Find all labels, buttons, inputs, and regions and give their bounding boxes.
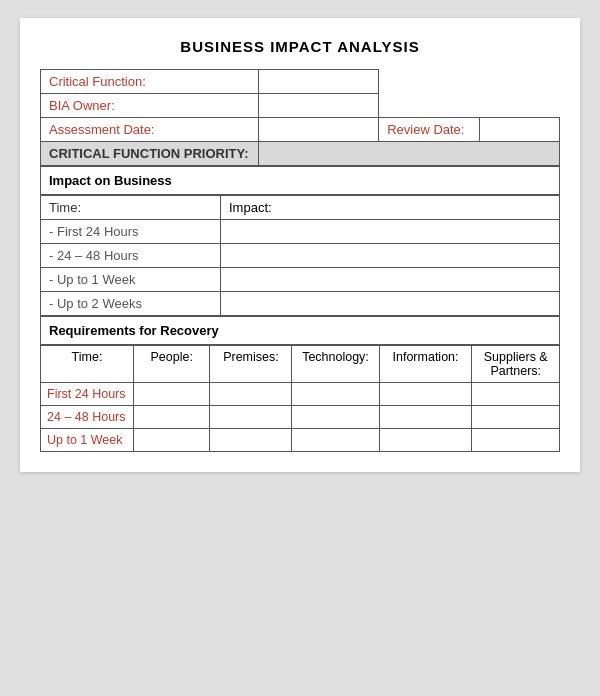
bia-owner-label: BIA Owner: — [41, 94, 259, 118]
recovery-technology-1[interactable] — [292, 406, 379, 429]
impact-time-col-header: Time: — [41, 196, 221, 220]
recovery-col-suppliers: Suppliers & Partners: — [472, 346, 560, 383]
critical-function-label: Critical Function: — [41, 70, 259, 94]
recovery-col-time: Time: — [41, 346, 134, 383]
recovery-premises-2[interactable] — [210, 429, 292, 452]
dates-row: Assessment Date: Review Date: — [41, 118, 560, 142]
impact-time-0: - First 24 Hours — [41, 220, 221, 244]
recovery-technology-0[interactable] — [292, 383, 379, 406]
bia-owner-row: BIA Owner: — [41, 94, 560, 118]
impact-value-2[interactable] — [221, 268, 560, 292]
recovery-table: Time: People: Premises: Technology: Info… — [40, 345, 560, 452]
recovery-information-2[interactable] — [379, 429, 472, 452]
recovery-col-technology: Technology: — [292, 346, 379, 383]
impact-row-2: - Up to 1 Week — [41, 268, 560, 292]
recovery-people-1[interactable] — [133, 406, 210, 429]
recovery-suppliers-0[interactable] — [472, 383, 560, 406]
recovery-section-header: Requirements for Recovery — [40, 316, 560, 345]
assessment-date-label: Assessment Date: — [41, 118, 259, 142]
recovery-row-0: First 24 Hours — [41, 383, 560, 406]
impact-value-1[interactable] — [221, 244, 560, 268]
impact-section-header: Impact on Business — [40, 166, 560, 195]
impact-value-3[interactable] — [221, 292, 560, 316]
recovery-row-1: 24 – 48 Hours — [41, 406, 560, 429]
impact-time-3: - Up to 2 Weeks — [41, 292, 221, 316]
critical-function-value[interactable] — [258, 70, 379, 94]
recovery-information-0[interactable] — [379, 383, 472, 406]
page-container: BUSINESS IMPACT ANALYSIS Critical Functi… — [20, 18, 580, 472]
recovery-time-2: Up to 1 Week — [41, 429, 134, 452]
recovery-premises-0[interactable] — [210, 383, 292, 406]
recovery-row-2: Up to 1 Week — [41, 429, 560, 452]
recovery-technology-2[interactable] — [292, 429, 379, 452]
recovery-people-0[interactable] — [133, 383, 210, 406]
recovery-time-1: 24 – 48 Hours — [41, 406, 134, 429]
recovery-col-people: People: — [133, 346, 210, 383]
recovery-col-information: Information: — [379, 346, 472, 383]
critical-priority-label: CRITICAL FUNCTION PRIORITY: — [41, 142, 259, 166]
critical-function-row: Critical Function: — [41, 70, 560, 94]
critical-priority-value[interactable] — [258, 142, 559, 166]
impact-value-0[interactable] — [221, 220, 560, 244]
recovery-suppliers-2[interactable] — [472, 429, 560, 452]
impact-row-1: - 24 – 48 Hours — [41, 244, 560, 268]
recovery-premises-1[interactable] — [210, 406, 292, 429]
critical-priority-row: CRITICAL FUNCTION PRIORITY: — [41, 142, 560, 166]
recovery-people-2[interactable] — [133, 429, 210, 452]
recovery-suppliers-1[interactable] — [472, 406, 560, 429]
impact-column-headers: Time: Impact: — [41, 196, 560, 220]
assessment-date-value[interactable] — [258, 118, 379, 142]
recovery-time-0: First 24 Hours — [41, 383, 134, 406]
recovery-column-headers: Time: People: Premises: Technology: Info… — [41, 346, 560, 383]
impact-table: Time: Impact: - First 24 Hours - 24 – 48… — [40, 195, 560, 316]
top-fields-table: Critical Function: BIA Owner: Assessment… — [40, 69, 560, 166]
impact-impact-col-header: Impact: — [221, 196, 560, 220]
impact-time-2: - Up to 1 Week — [41, 268, 221, 292]
impact-row-0: - First 24 Hours — [41, 220, 560, 244]
bia-owner-value[interactable] — [258, 94, 379, 118]
recovery-col-premises: Premises: — [210, 346, 292, 383]
review-date-value[interactable] — [479, 118, 559, 142]
review-date-label: Review Date: — [379, 118, 479, 142]
impact-row-3: - Up to 2 Weeks — [41, 292, 560, 316]
page-title: BUSINESS IMPACT ANALYSIS — [40, 38, 560, 55]
recovery-information-1[interactable] — [379, 406, 472, 429]
impact-time-1: - 24 – 48 Hours — [41, 244, 221, 268]
